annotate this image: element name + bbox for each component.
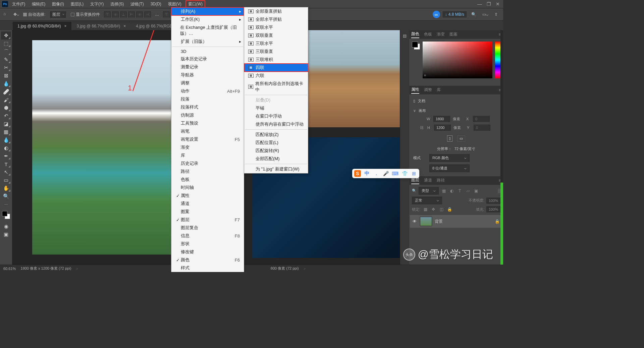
align-top-icon[interactable]: ⊤ <box>104 11 111 17</box>
arrange-item-将所有内容合并到选项卡中[interactable]: ▦将所有内容合并到选项卡中 <box>244 80 308 94</box>
brush-tool[interactable]: 🖌 <box>1 96 11 104</box>
ime-floating-bar[interactable]: S 中 ， 🎤 ⌨ 👕 ⊞ <box>352 169 419 178</box>
menu-item-路径[interactable]: 路径 <box>171 167 244 176</box>
status-arrow-icon[interactable]: > <box>304 267 306 271</box>
pen-tool[interactable]: ✒ <box>1 152 11 160</box>
move-tool[interactable]: ✥ <box>1 31 11 40</box>
type-tool[interactable]: T <box>1 160 11 168</box>
cloud-sync-icon[interactable]: ∞ <box>433 11 440 18</box>
arrange-item-使所有内容在窗口中浮动[interactable]: 使所有内容在窗口中浮动 <box>244 120 308 128</box>
y-input[interactable]: 0 <box>474 125 490 131</box>
doc-dimensions-2[interactable]: 800 像素 (72 ppi) <box>271 266 299 271</box>
menu-item-颜色[interactable]: ✓颜色F6 <box>171 256 244 264</box>
align-hcenter-icon[interactable]: ≡ <box>136 11 143 17</box>
menu-image[interactable]: 图像(I) <box>49 0 66 8</box>
tab-channels[interactable]: 通道 <box>424 178 432 184</box>
filter-smart-icon[interactable]: ▣ <box>473 188 479 194</box>
bit-depth-select[interactable]: 8 位/通道⌵ <box>429 164 470 172</box>
menu-item-图层复合[interactable]: 图层复合 <box>171 224 244 232</box>
menu-item-通道[interactable]: 通道 <box>171 200 244 208</box>
menu-item-属性[interactable]: ✓属性 <box>171 192 244 200</box>
menu-item-渐变[interactable]: 渐变 <box>171 143 244 151</box>
menu-item-在 Exchange 上查找扩展（旧版）…[interactable]: 在 Exchange 上查找扩展（旧版）… <box>171 23 244 38</box>
tab-adjustments[interactable]: 调整 <box>424 87 432 93</box>
menu-item-动作[interactable]: 动作Alt+F9 <box>171 87 244 95</box>
layer-filter-select[interactable]: 类型⌵ <box>419 187 439 195</box>
lock-artboard-icon[interactable]: ◫ <box>438 207 444 212</box>
tab-paths[interactable]: 路径 <box>437 178 445 184</box>
arrange-item-匹配缩放(Z)[interactable]: 匹配缩放(Z) <box>244 131 308 139</box>
workspace-icon[interactable]: ▭⌵ <box>480 12 490 17</box>
arrange-item-在窗口中浮动[interactable]: 在窗口中浮动 <box>244 112 308 120</box>
menu-item-图案[interactable]: 图案 <box>171 208 244 216</box>
arrange-item-四联[interactable]: ▦四联 <box>244 64 308 72</box>
arrange-item-三联水平[interactable]: ▦三联水平 <box>244 40 308 48</box>
doc-tab-2[interactable]: 3.jpg @ 66.7%(RGB/8#) × <box>72 22 131 30</box>
move-tool-icon[interactable]: ✥⌵ <box>13 12 19 17</box>
menu-item-修改键[interactable]: 修改键 <box>171 248 244 256</box>
gradient-tool[interactable]: ▦ <box>1 128 11 136</box>
filter-shape-icon[interactable]: ▱ <box>465 188 471 194</box>
height-input[interactable]: 1200 <box>434 125 451 131</box>
lock-position-icon[interactable]: ✥ <box>430 207 436 212</box>
arrange-item-匹配旋转(R)[interactable]: 匹配旋转(R) <box>244 147 308 155</box>
hue-slider[interactable] <box>495 42 500 78</box>
tab-libraries[interactable]: 库 <box>437 87 441 93</box>
lasso-tool[interactable]: ⌒ <box>1 48 11 56</box>
fg-color-swatch[interactable] <box>2 211 7 216</box>
shape-tool[interactable]: ▭ <box>1 176 11 184</box>
arrange-item-全部匹配(M)[interactable]: 全部匹配(M) <box>244 155 308 163</box>
filter-adjust-icon[interactable]: ◐ <box>449 188 455 194</box>
ime-lang-toggle[interactable]: 中 <box>364 170 370 177</box>
ime-punct-icon[interactable]: ， <box>373 170 380 177</box>
color-swatches[interactable] <box>2 211 10 219</box>
quick-select-tool[interactable]: ✎ <box>1 56 11 64</box>
edit-toolbar[interactable]: ⋯ <box>1 200 11 208</box>
hand-tool[interactable]: ✋ <box>1 184 11 192</box>
ime-logo-icon[interactable]: S <box>354 170 361 177</box>
eyedropper-tool[interactable]: 💧 <box>1 80 11 88</box>
menu-item-工作区(K)[interactable]: 工作区(K) <box>171 15 244 23</box>
portrait-icon[interactable]: ▯ <box>447 135 452 142</box>
menu-item-色板[interactable]: 色板 <box>171 176 244 184</box>
align-vcenter-icon[interactable]: ≡ <box>112 11 119 17</box>
menu-layer[interactable]: 图层(L) <box>68 0 87 8</box>
menu-file[interactable]: 文件(F) <box>9 0 28 8</box>
menu-item-历史记录[interactable]: 历史记录 <box>171 159 244 167</box>
menu-item-仿制源[interactable]: 仿制源 <box>171 111 244 119</box>
filter-pixel-icon[interactable]: ▦ <box>441 188 447 194</box>
zoom-tool[interactable]: 🔍 <box>1 192 11 200</box>
align-right-icon[interactable]: ⊣ <box>144 11 151 17</box>
fill-input[interactable]: 100% <box>486 206 500 212</box>
ime-skin-icon[interactable]: 👕 <box>401 170 408 177</box>
doc-dimensions[interactable]: 1800 像素 x 1200 像素 (72 ppi) <box>20 266 71 271</box>
link-icon[interactable]: ⛓ <box>420 126 425 130</box>
menu-item-图层[interactable]: ✓图层F7 <box>171 216 244 224</box>
menu-type[interactable]: 文字(Y) <box>88 0 106 8</box>
menu-item-导航器[interactable]: 导航器 <box>171 71 244 79</box>
menu-item-扩展（旧版）[interactable]: 扩展（旧版） <box>171 38 244 46</box>
marquee-tool[interactable]: ⬚ <box>1 40 11 48</box>
menu-filter[interactable]: 滤镜(T) <box>128 0 146 8</box>
opacity-input[interactable]: 100% <box>486 198 500 204</box>
ime-keyboard-icon[interactable]: ⌨ <box>392 170 398 177</box>
align-bottom-icon[interactable]: ⊥ <box>120 11 127 17</box>
layer-visibility-icon[interactable]: 👁 <box>413 219 417 224</box>
layer-lock-icon[interactable]: 🔒 <box>495 219 500 224</box>
align-left-icon[interactable]: ⊢ <box>128 11 135 17</box>
arrange-item-六联[interactable]: ▦六联 <box>244 72 308 80</box>
arrange-item-为 "1.jpg" 新建窗口(W)[interactable]: 为 "1.jpg" 新建窗口(W) <box>244 165 308 173</box>
menu-item-3D[interactable]: 3D <box>171 48 244 55</box>
arrange-item-平铺[interactable]: 平铺 <box>244 104 308 112</box>
arrange-item-匹配位置(L)[interactable]: 匹配位置(L) <box>244 139 308 147</box>
menu-item-调整[interactable]: 调整 <box>171 79 244 87</box>
menu-select[interactable]: 选择(S) <box>108 0 126 8</box>
arrange-item-全部水平拼贴[interactable]: ▦全部水平拼贴 <box>244 15 308 23</box>
more-options-icon[interactable]: … <box>155 12 159 17</box>
restore-button[interactable]: ❐ <box>487 1 491 7</box>
heal-tool[interactable]: 🩹 <box>1 88 11 96</box>
tab-swatches[interactable]: 色板 <box>424 31 432 38</box>
ime-voice-icon[interactable]: 🎤 <box>382 170 389 177</box>
tab-gradients[interactable]: 渐变 <box>437 31 445 38</box>
menu-item-工具预设[interactable]: 工具预设 <box>171 119 244 127</box>
